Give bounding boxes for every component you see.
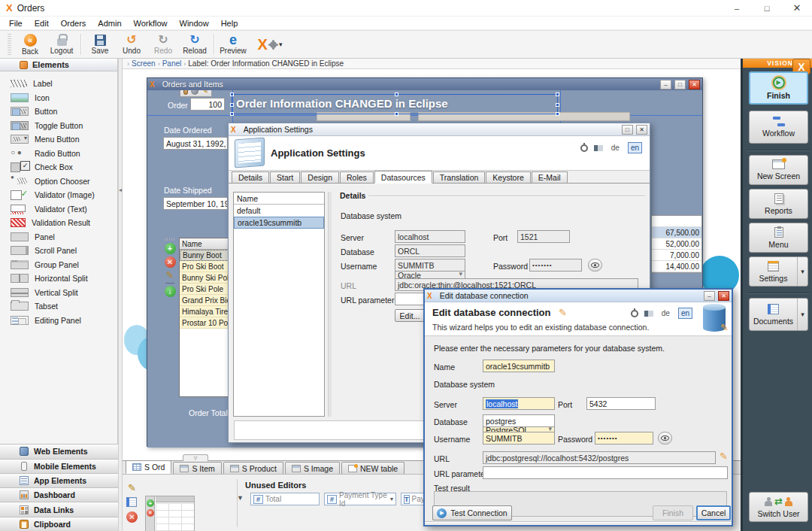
tab-design[interactable]: Design — [301, 171, 339, 183]
style-tool-icon[interactable] — [183, 90, 188, 95]
switch-user-button[interactable]: ⇄ Switch User — [749, 492, 808, 522]
palette-item-panel[interactable]: Panel — [0, 230, 117, 244]
menu-help[interactable]: Help — [215, 19, 244, 28]
accordion-clipboard[interactable]: Clipboard — [0, 517, 118, 531]
menu-orders[interactable]: Orders — [55, 19, 92, 28]
palette-item-tabset[interactable]: Tabset — [0, 299, 117, 314]
application-settings-titlebar[interactable]: X Application Settings □ ✕ — [229, 123, 650, 136]
new-screen-button[interactable]: New Screen — [749, 155, 808, 185]
screenshot-icon[interactable] — [644, 311, 653, 317]
menu-edit[interactable]: Edit — [29, 19, 55, 28]
minimize-button[interactable]: – — [660, 80, 671, 90]
tab-datasources[interactable]: Datasources — [374, 171, 432, 184]
palette-item-validator-text[interactable]: Validator (Text) — [0, 202, 117, 217]
tab-s-image[interactable]: S Image — [285, 462, 340, 474]
password-field[interactable]: ••••••• — [529, 259, 582, 272]
datasource-row-default[interactable]: default — [234, 205, 324, 217]
edit-table-icon[interactable]: ✎ — [128, 482, 136, 493]
minimize-button[interactable]: – — [704, 291, 715, 301]
list-splitter[interactable] — [328, 192, 332, 417]
date-shipped-field[interactable]: September 10, 1992 — [163, 197, 228, 210]
export-icon[interactable]: ↓ — [165, 286, 176, 297]
maximize-button[interactable]: □ — [674, 80, 686, 90]
palette-item-menu-button[interactable]: Menu Button — [0, 132, 117, 147]
logout-button[interactable]: Logout — [46, 31, 77, 58]
server-field[interactable]: localhost — [395, 230, 465, 243]
edit-row-icon[interactable]: ✎ — [166, 270, 174, 281]
settings-button[interactable]: Settings ▾ — [749, 256, 808, 287]
delete-row-icon[interactable]: ✕ — [165, 256, 176, 268]
menu-admin[interactable]: Admin — [92, 19, 127, 28]
accordion-web-elements[interactable]: Web Elements — [0, 444, 118, 458]
amount-cell[interactable] — [652, 216, 701, 227]
table-row[interactable]: Pro Ski Boot — [180, 261, 233, 272]
palette-item-toggle-button[interactable]: Toggle Button — [0, 119, 117, 133]
close-button[interactable]: ✕ — [782, 0, 812, 17]
language-de[interactable]: de — [659, 308, 672, 318]
menu-file[interactable]: File — [3, 19, 29, 28]
palette-item-editing-panel[interactable]: Editing Panel — [0, 314, 117, 328]
close-button[interactable]: ✕ — [636, 125, 647, 135]
username-field[interactable]: SUMMITB — [483, 432, 555, 445]
preview-button[interactable]: e Preview — [217, 31, 249, 58]
palette-item-group-panel[interactable]: Group Panel — [0, 258, 117, 272]
history-icon[interactable] — [631, 310, 638, 317]
amount-cell[interactable]: 7,000.00 — [652, 250, 701, 261]
password-field[interactable]: ••••••• — [595, 432, 653, 445]
editor-chip-payment-type-id[interactable]: # Payment Type Id ▾ — [324, 493, 396, 505]
order-id-field[interactable]: 100 — [190, 98, 225, 111]
port-field[interactable]: 5432 — [586, 397, 656, 410]
tab-s-product[interactable]: S Product — [223, 462, 283, 474]
table-row[interactable]: Bunny Boot — [180, 250, 233, 261]
url-field[interactable]: jdbc:postgresql://localhost:5432/postgre… — [483, 451, 716, 464]
test-connection-button[interactable]: ▶ Test Connection — [432, 505, 512, 520]
maximize-button[interactable]: □ — [752, 0, 782, 17]
close-button[interactable]: ✕ — [718, 291, 729, 301]
menu-window[interactable]: Window — [174, 19, 215, 28]
visionx-menu-button[interactable]: X ▾ — [249, 31, 291, 58]
palette-item-option-chooser[interactable]: Option Chooser — [0, 174, 117, 189]
add-row-icon[interactable]: + — [165, 243, 176, 254]
amount-cell[interactable]: 52,000.00 — [652, 238, 701, 250]
palette-item-vertical-split[interactable]: Vertical Split — [0, 286, 117, 300]
port-field[interactable]: 1521 — [517, 230, 570, 243]
amount-cell[interactable]: 67,500.00 — [652, 227, 701, 238]
menu-workflow[interactable]: Workflow — [128, 19, 174, 28]
editor-chip-total[interactable]: # Total — [250, 493, 320, 505]
palette-item-scroll-panel[interactable]: Scroll Panel — [0, 244, 117, 258]
datasource-row-selected[interactable]: oracle19csummitb — [234, 217, 324, 229]
palette-item-button[interactable]: Button — [0, 105, 117, 119]
palette-item-validator-image[interactable]: Validator (Image) — [0, 188, 117, 202]
language-en[interactable]: en — [628, 142, 642, 153]
tab-keystore[interactable]: Keystore — [486, 171, 530, 183]
tab-details[interactable]: Details — [232, 171, 269, 183]
palette-item-horizontal-split[interactable]: Horizontal Split — [0, 272, 117, 286]
accordion-dashboard[interactable]: Dashboard — [0, 487, 118, 502]
orders-window-titlebar[interactable]: X Orders and Items – □ ✕ — [147, 78, 702, 90]
show-password-button[interactable] — [658, 432, 672, 445]
settings-dropdown[interactable]: ▾ — [797, 257, 807, 286]
color-tool-icon[interactable] — [191, 90, 198, 95]
palette-item-check-box[interactable]: Check Box — [0, 160, 117, 174]
documents-button[interactable]: Documents ▾ — [749, 298, 808, 331]
undo-button[interactable]: ↺ Undo — [116, 31, 147, 58]
edit-datasource-button[interactable]: Edit... — [395, 309, 425, 322]
show-password-button[interactable] — [588, 259, 602, 272]
palette-item-validation-result[interactable]: Validation Result — [0, 216, 117, 230]
notebook-icon[interactable] — [126, 497, 137, 507]
name-field[interactable]: oracle19csummitb — [483, 360, 555, 372]
tab-s-ord[interactable]: S Ord — [126, 460, 171, 474]
reload-button[interactable]: ↻ Reload — [179, 31, 211, 58]
tab-translation[interactable]: Translation — [433, 171, 486, 183]
finish-button[interactable]: ▶ Finish — [749, 71, 808, 105]
edit-tool-icon[interactable]: ✎ — [201, 90, 208, 96]
elements-header[interactable]: Elements — [0, 59, 117, 71]
screenshot-icon[interactable] — [594, 145, 603, 151]
table-row[interactable]: Grand Prix Bicycle — [180, 295, 233, 306]
amount-cell[interactable]: 14,400.00 — [652, 261, 701, 272]
tab-start[interactable]: Start — [270, 171, 300, 183]
datasource-list-header[interactable]: Name — [234, 193, 324, 205]
database-field[interactable]: postgres — [483, 414, 555, 427]
redo-button[interactable]: ↻ Redo — [147, 31, 179, 58]
palette-item-icon[interactable]: Icon — [0, 91, 117, 105]
